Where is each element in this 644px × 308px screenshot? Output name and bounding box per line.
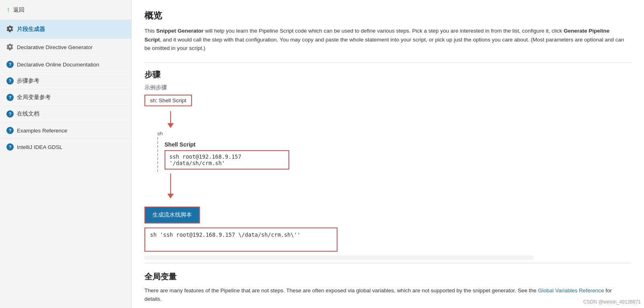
gear-icon-active — [6, 25, 14, 33]
overview-text-after: , and it would call the step with that c… — [144, 37, 624, 52]
global-var-text-before: There are many features of the Pipeline … — [144, 287, 538, 294]
sidebar-item-intellij-idea-gdsl[interactable]: ? IntelliJ IDEA GDSL — [0, 138, 131, 155]
back-arrow-icon: ↑ — [6, 6, 10, 14]
question-icon: ? — [6, 110, 14, 118]
question-icon: ? — [6, 61, 14, 68]
step-selector-value: sh: Shell Script — [150, 97, 186, 103]
sidebar-item-declarative-online-documentation[interactable]: ? Declarative Online Documentation — [0, 56, 131, 72]
sidebar: ↑ 返回 片段生成器 Declarative Directive Generat… — [0, 0, 132, 308]
steps-section: 步骤 示例步骤 sh: Shell Script sh Shell Script… — [144, 62, 631, 263]
question-icon: ? — [6, 143, 14, 151]
sidebar-item-snippet-generator[interactable]: 片段生成器 — [0, 20, 131, 38]
global-variables-reference-link[interactable]: Global Variables Reference — [538, 287, 604, 294]
declarative-online-documentation-label: Declarative Online Documentation — [17, 62, 99, 68]
overview-text: This Snippet Generator will help you lea… — [144, 27, 627, 53]
back-label: 返回 — [13, 6, 25, 14]
output-code-box: sh 'ssh root@192.168.9.157 \/data/sh/crm… — [144, 227, 337, 252]
gear-icon — [6, 43, 14, 52]
generate-pipeline-script-button[interactable]: 生成流水线脚本 — [144, 207, 200, 223]
watermark-text: CSDN @weixin_49138671 — [583, 299, 641, 305]
examples-reference-label: Examples Reference — [17, 128, 67, 134]
declarative-directive-generator-label: Declarative Directive Generator — [17, 44, 93, 50]
global-vars-reference-label: 全局变量参考 — [17, 94, 51, 101]
sidebar-active-label: 片段生成器 — [17, 26, 45, 33]
global-var-section: 全局变量 There are many features of the Pipe… — [144, 271, 631, 304]
steps-label: 示例步骤 — [144, 84, 631, 91]
question-icon: ? — [6, 94, 14, 101]
global-var-text: There are many features of the Pipeline … — [144, 286, 627, 304]
question-icon: ? — [6, 77, 14, 85]
section-divider — [144, 263, 631, 263]
step-selector[interactable]: sh: Shell Script — [144, 95, 192, 106]
overview-title: 概览 — [144, 10, 631, 22]
arrow-down-icon-2 — [167, 174, 175, 198]
script-input-value: ssh root@192.168.9.157 '/data/sh/crm.sh' — [169, 153, 284, 166]
intellij-idea-gdsl-label: IntelliJ IDEA GDSL — [17, 144, 62, 150]
overview-bold1: Snippet Generator — [156, 28, 204, 34]
main-content: 概览 This Snippet Generator will help you … — [132, 0, 644, 308]
sidebar-item-online-docs[interactable]: ? 在线文档 — [0, 105, 131, 122]
step-reference-label: 步骤参考 — [17, 77, 39, 85]
online-docs-label: 在线文档 — [17, 110, 39, 118]
shell-script-label: Shell Script — [165, 141, 631, 148]
watermark: CSDN @weixin_49138671 — [583, 299, 641, 305]
overview-text-before: This — [144, 28, 156, 34]
sidebar-item-declarative-directive-generator[interactable]: Declarative Directive Generator — [0, 38, 131, 56]
sh-label: sh — [157, 130, 631, 136]
output-code-value: sh 'ssh root@192.168.9.157 \/data/sh/crm… — [150, 232, 300, 238]
output-area: 生成流水线脚本 sh 'ssh root@192.168.9.157 \/dat… — [144, 200, 631, 260]
script-input-box[interactable]: ssh root@192.168.9.157 '/data/sh/crm.sh' — [165, 150, 289, 170]
question-icon: ? — [6, 127, 14, 134]
back-button[interactable]: ↑ 返回 — [0, 0, 131, 20]
scrollbar-placeholder — [144, 256, 534, 260]
global-var-title: 全局变量 — [144, 271, 631, 282]
sidebar-item-step-reference[interactable]: ? 步骤参考 — [0, 72, 131, 89]
steps-title: 步骤 — [144, 69, 631, 80]
shell-script-area: Shell Script ssh root@192.168.9.157 '/da… — [157, 137, 631, 172]
arrow-down-icon-1 — [167, 111, 175, 128]
sidebar-item-global-vars-reference[interactable]: ? 全局变量参考 — [0, 89, 131, 105]
overview-text-mid: will help you learn the Pipeline Script … — [204, 28, 564, 34]
sidebar-item-examples-reference[interactable]: ? Examples Reference — [0, 122, 131, 138]
